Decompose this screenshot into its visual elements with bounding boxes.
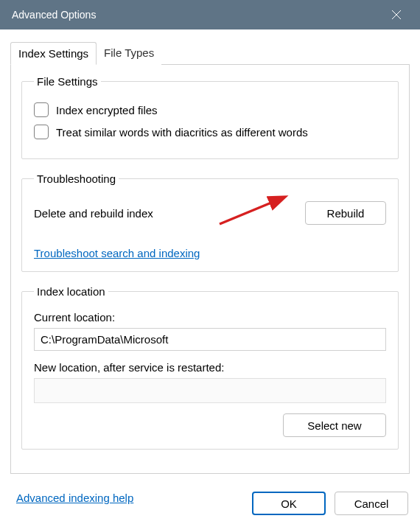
dialog-footer: OK Cancel (252, 492, 408, 515)
treat-diacritics-checkbox[interactable] (34, 125, 49, 139)
advanced-indexing-help-link[interactable]: Advanced indexing help (16, 492, 133, 504)
title-bar: Advanced Options (0, 0, 420, 29)
close-icon (391, 10, 402, 20)
file-settings-legend: File Settings (34, 75, 101, 88)
index-encrypted-checkbox[interactable] (34, 102, 49, 117)
troubleshooting-legend: Troubleshooting (34, 172, 119, 185)
rebuild-row: Delete and rebuild index Rebuild (34, 201, 386, 225)
select-new-button[interactable]: Select new (283, 413, 386, 437)
treat-diacritics-label: Treat similar words with diacritics as d… (56, 126, 308, 139)
index-location-group: Index location Current location: C:\Prog… (21, 285, 399, 450)
current-location-value: C:\ProgramData\Microsoft (34, 328, 386, 351)
current-location-label: Current location: (34, 311, 386, 324)
tab-panel: File Settings Index encrypted files Trea… (10, 65, 410, 474)
rebuild-button[interactable]: Rebuild (305, 201, 386, 225)
new-location-value (34, 378, 386, 403)
ok-button[interactable]: OK (252, 492, 326, 515)
file-settings-group: File Settings Index encrypted files Trea… (21, 75, 399, 159)
tab-strip: Index Settings File Types (10, 41, 410, 65)
dialog-content: Index Settings File Types File Settings … (0, 29, 420, 504)
index-encrypted-row: Index encrypted files (34, 102, 386, 117)
delete-rebuild-label: Delete and rebuild index (34, 207, 153, 220)
new-location-label: New location, after service is restarted… (34, 361, 386, 374)
index-encrypted-label: Index encrypted files (56, 104, 158, 116)
treat-diacritics-row: Treat similar words with diacritics as d… (34, 125, 386, 139)
troubleshooting-group: Troubleshooting Delete and rebuild index… (21, 172, 399, 272)
tab-file-types[interactable]: File Types (97, 42, 161, 65)
index-location-legend: Index location (34, 285, 108, 298)
select-new-row: Select new (34, 413, 386, 437)
window-title: Advanced Options (12, 9, 96, 21)
cancel-button[interactable]: Cancel (335, 492, 408, 515)
tab-index-settings[interactable]: Index Settings (10, 42, 97, 65)
troubleshoot-link[interactable]: Troubleshoot search and indexing (34, 247, 200, 259)
close-button[interactable] (382, 0, 411, 29)
